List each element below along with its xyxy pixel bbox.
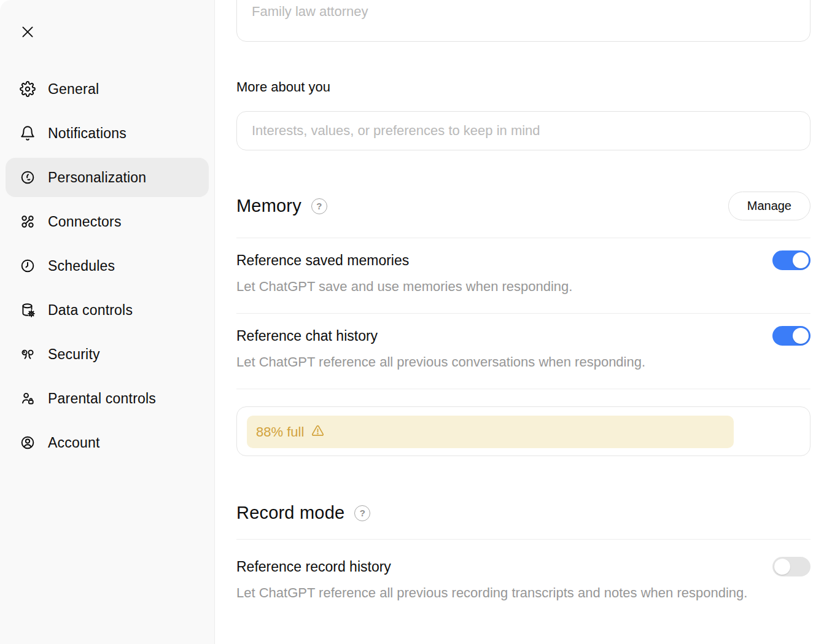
custom-instruction-input[interactable] xyxy=(236,0,810,42)
reference-saved-memories-row: Reference saved memories Let ChatGPT sav… xyxy=(236,238,810,313)
more-about-you-label: More about you xyxy=(236,79,810,95)
reference-chat-history-row: Reference chat history Let ChatGPT refer… xyxy=(236,314,810,389)
keys-icon xyxy=(20,346,36,362)
memory-usage-bar: 88% full xyxy=(247,416,734,448)
reference-record-history-description: Let ChatGPT reference all previous recor… xyxy=(236,585,777,601)
sidebar-item-label: Notifications xyxy=(48,125,126,142)
close-icon xyxy=(20,24,36,42)
reference-record-history-toggle[interactable] xyxy=(772,557,810,576)
reference-chat-history-description: Let ChatGPT reference all previous conve… xyxy=(236,354,777,370)
sidebar-item-label: Connectors xyxy=(48,214,122,230)
more-about-you-input[interactable] xyxy=(236,111,810,150)
sidebar-item-schedules[interactable]: Schedules xyxy=(6,246,209,285)
memory-title: Memory xyxy=(236,196,301,216)
sidebar-item-label: Personalization xyxy=(48,169,146,186)
sidebar-item-personalization[interactable]: Personalization xyxy=(6,158,209,197)
sidebar-item-label: Schedules xyxy=(48,258,115,274)
settings-nav: General Notifications Personalization Co… xyxy=(0,69,214,462)
reference-saved-memories-label: Reference saved memories xyxy=(236,252,409,269)
warning-icon xyxy=(304,423,325,441)
gear-icon xyxy=(20,81,36,97)
sidebar-item-general[interactable]: General xyxy=(6,69,209,109)
reference-chat-history-toggle[interactable] xyxy=(772,326,810,346)
bell-icon xyxy=(20,125,36,141)
sidebar-item-label: General xyxy=(48,81,99,98)
close-button[interactable] xyxy=(17,22,38,43)
sidebar-item-account[interactable]: Account xyxy=(6,423,209,462)
sidebar-item-notifications[interactable]: Notifications xyxy=(6,114,209,153)
settings-dialog: General Notifications Personalization Co… xyxy=(0,0,824,644)
connectors-icon xyxy=(20,214,36,230)
sidebar-item-connectors[interactable]: Connectors xyxy=(6,202,209,241)
record-mode-help-icon[interactable]: ? xyxy=(354,505,370,521)
sidebar-item-label: Security xyxy=(48,346,100,363)
sidebar-item-label: Account xyxy=(48,435,100,451)
sidebar-item-data-controls[interactable]: Data controls xyxy=(6,290,209,330)
memory-usage-text: 88% full xyxy=(256,424,304,440)
person-circle-icon xyxy=(20,435,36,451)
person-lock-icon xyxy=(20,390,36,406)
settings-sidebar: General Notifications Personalization Co… xyxy=(0,0,215,644)
memory-usage-card: 88% full xyxy=(236,406,810,456)
sidebar-item-security[interactable]: Security xyxy=(6,335,209,374)
memory-section-header: Memory ? Manage xyxy=(236,192,810,220)
reference-chat-history-label: Reference chat history xyxy=(236,327,378,344)
divider xyxy=(236,389,810,389)
sidebar-item-label: Parental controls xyxy=(48,390,156,407)
sidebar-item-parental-controls[interactable]: Parental controls xyxy=(6,379,209,418)
sidebar-item-label: Data controls xyxy=(48,302,133,319)
personalization-panel: More about you Memory ? Manage Reference… xyxy=(215,0,824,644)
reference-record-history-row: Reference record history Let ChatGPT ref… xyxy=(236,540,810,619)
personalization-icon xyxy=(20,169,36,185)
reference-record-history-label: Reference record history xyxy=(236,558,391,575)
record-mode-title: Record mode xyxy=(236,503,344,523)
manage-memory-button[interactable]: Manage xyxy=(728,192,810,220)
memory-help-icon[interactable]: ? xyxy=(311,198,327,214)
database-gear-icon xyxy=(20,302,36,318)
record-mode-section-header: Record mode ? xyxy=(236,499,810,527)
clock-icon xyxy=(20,258,36,274)
reference-saved-memories-toggle[interactable] xyxy=(772,250,810,270)
reference-saved-memories-description: Let ChatGPT save and use memories when r… xyxy=(236,279,777,295)
